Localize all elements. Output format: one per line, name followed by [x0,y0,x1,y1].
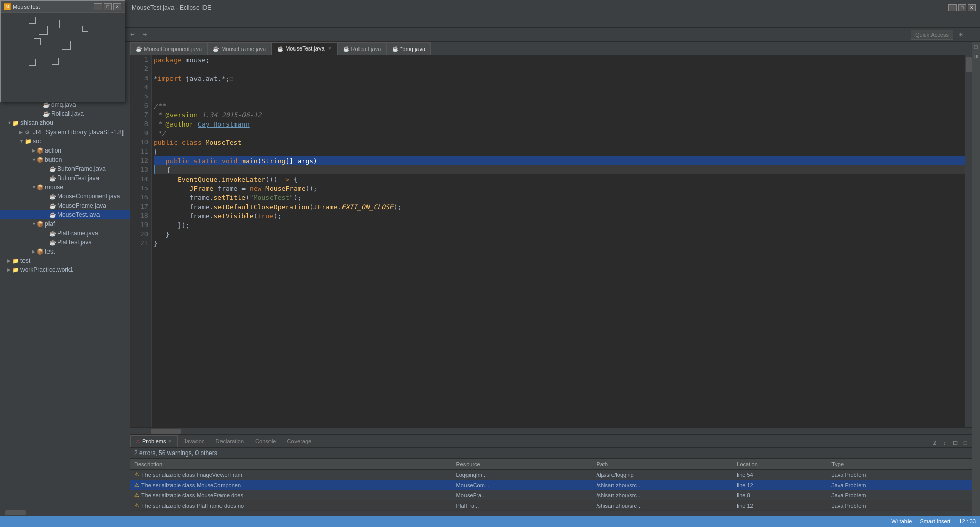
tree-shisan-zhou[interactable]: ▼ 📁 shisan zhou [0,118,130,128]
tree-test-pkg[interactable]: ▶ 📦 test [0,247,130,256]
code-line-13: { [154,165,965,174]
eclipse-minimize[interactable]: ─ [948,4,957,11]
code-line-9: */ [154,129,965,138]
tree-shisan-src[interactable]: ▼ 📁 src [0,137,130,146]
problems-row-2[interactable]: ⚠ The serializable class MouseComponen M… [130,480,972,490]
eclipse-close[interactable]: ✕ [968,4,976,11]
tab-console[interactable]: Console [250,435,281,447]
tab-mousecomponent[interactable]: ☕ MouseComponent.java [130,42,207,55]
tree-workpractice[interactable]: ▶ 📁 workPractice.work1 [0,265,130,274]
tree-plaf[interactable]: ▼ 📦 plaf [0,219,130,229]
tree-mouse[interactable]: ▼ 📦 mouse [0,183,130,192]
tree-test-project[interactable]: ▶ 📁 test [0,256,130,265]
tree-plafframe[interactable]: ☕ PlafFrame.java [0,229,130,238]
shape-7 [62,41,71,50]
right-sidebar: ◫ ◨ [972,42,980,516]
problems-expand-btn[interactable]: ↕ [940,438,949,447]
code-line-2 [154,64,965,73]
shape-6 [34,38,41,45]
code-line-5 [154,92,965,101]
problems-row-3[interactable]: ⚠ The serializable class MouseFrame does… [130,490,972,500]
code-line-19: }); [154,220,965,230]
tab-mouseframe[interactable]: ☕ MouseFrame.java [207,42,272,55]
problems-header: Description Resource Path Location Type [130,459,972,470]
toolbar-btn10[interactable]: ↪ [139,29,150,40]
tab-declaration[interactable]: Declaration [210,435,250,447]
tree-button[interactable]: ▼ 📦 button [0,155,130,164]
preview-canvas [1,13,125,98]
code-line-16: frame.setTitle("MouseTest"); [154,193,965,202]
editor-vscrollbar[interactable] [965,55,972,427]
editor-hscrollbar[interactable] [130,427,972,434]
bottom-panel: ⚠ Problems ✕ Javadoc Declaration [130,434,972,516]
shape-5 [82,26,88,32]
shape-3 [52,20,60,28]
bottom-tab-bar: ⚠ Problems ✕ Javadoc Declaration [130,435,972,448]
problems-filter-btn[interactable]: ⊻ [930,438,939,447]
code-line-12: public static void main(String[] args) [154,156,965,165]
tab-javadoc[interactable]: Javadoc [178,435,210,447]
tree-shisan-jre[interactable]: ▶ ⚙ JRE System Library [JavaSE-1.8] [0,128,130,137]
status-insert: Smart Insert [920,518,950,524]
status-bar: Writable Smart Insert 12 : 33 [0,516,980,527]
shape-8 [29,59,36,66]
right-icon-1[interactable]: ◫ [973,44,979,50]
tab-problems[interactable]: ⚠ Problems ✕ [130,435,178,447]
line-numbers: 1 2 3 4 5 6 7 8 9 10 11 12 13 [130,55,152,427]
tree-buttontest[interactable]: ☕ ButtonTest.java [0,173,130,183]
bottom-toolbar-btns: ⊻ ↕ ⊟ □ [928,438,972,447]
code-line-8: * @author Cay Horstmann [154,119,965,129]
code-area[interactable]: 1 2 3 4 5 6 7 8 9 10 11 12 13 [130,55,972,427]
problems-collapse-all[interactable]: ⊟ [950,438,960,447]
code-content[interactable]: package mouse; *import java.awt.*;□ /** [152,55,965,427]
problems-table: Description Resource Path Location Type … [130,459,972,516]
code-line-17: frame.setDefaultCloseOperation(JFrame.EX… [154,202,965,211]
quick-access[interactable]: Quick Access [911,30,953,40]
problems-summary: 2 errors, 56 warnings, 0 others [130,448,972,459]
tab-bar: ☕ MouseComponent.java ☕ MouseFrame.java … [130,42,972,55]
preview-window-icon: M [4,3,11,10]
close-btn[interactable]: ✕ [113,3,121,10]
code-line-11: { [154,147,965,156]
tree-mouseframe[interactable]: ☕ MouseFrame.java [0,201,130,210]
problems-row-1[interactable]: ⚠ The serializable class ImageViewerFram… [130,470,972,480]
tab-coverage[interactable]: Coverage [281,435,317,447]
menu-bar: Search Project Run Window Help [0,15,980,28]
code-line-1: package mouse; [154,55,965,64]
code-line-15: JFrame frame = new MouseFrame(); [154,184,965,193]
shape-9 [52,58,59,65]
eclipse-title: MouseTest.java - Eclipse IDE [132,4,211,11]
code-line-10: public class MouseTest [154,138,965,147]
toolbar-perspective2[interactable]: ≡ [967,29,978,40]
tab-dmq[interactable]: ☕ *dmq.java [386,42,431,55]
eclipse-restore[interactable]: □ [958,4,966,11]
preview-window[interactable]: M MouseTest ─ □ ✕ [0,0,125,102]
tree-rollcall[interactable]: ☕ Rollcall.java [0,109,130,118]
code-line-14: EventQueue.invokeLater(() -> { [154,174,965,184]
tree-action[interactable]: ▶ 📦 action [0,146,130,155]
problems-row-4[interactable]: ⚠ The serializable class PlafFrame does … [130,500,972,511]
minimize-btn[interactable]: ─ [94,3,102,10]
tab-mousetest-active[interactable]: ☕ MouseTest.java ✕ [272,42,337,55]
restore-btn[interactable]: □ [104,3,112,10]
status-writable: Writable [891,518,912,524]
right-icon-2[interactable]: ◨ [973,53,979,59]
toolbar: ◄ ⚙ ↻ ▶ ⬜ 🔍 📄 ▶ ⬛ ↩ ↪ Quick Access ⊞ ≡ [0,28,980,42]
tree-buttonframe[interactable]: ☕ ButtonFrame.java [0,164,130,173]
shape-4 [72,22,79,29]
toolbar-perspective1[interactable]: ⊞ [954,29,966,40]
tree-mousetest[interactable]: ☕ MouseTest.java [0,210,130,219]
code-line-4 [154,83,965,92]
tab-close-problems[interactable]: ✕ [168,439,172,444]
preview-title: MouseTest [13,4,40,10]
tab-close-mousetest[interactable]: ✕ [328,46,332,51]
problems-maximize[interactable]: □ [961,438,970,447]
tree-plaftest[interactable]: ☕ PlafTest.java [0,238,130,247]
tab-rollcall[interactable]: ☕ Rollcall.java [337,42,387,55]
toolbar-btn9[interactable]: ↩ [127,29,138,40]
code-line-6: /** [154,101,965,110]
preview-title-bar: M MouseTest ─ □ ✕ [1,1,125,13]
code-line-7: * @version 1.34 2015-06-12 [154,110,965,119]
code-line-20: } [154,230,965,239]
tree-mousecomponent[interactable]: ☕ MouseComponent.java [0,192,130,201]
